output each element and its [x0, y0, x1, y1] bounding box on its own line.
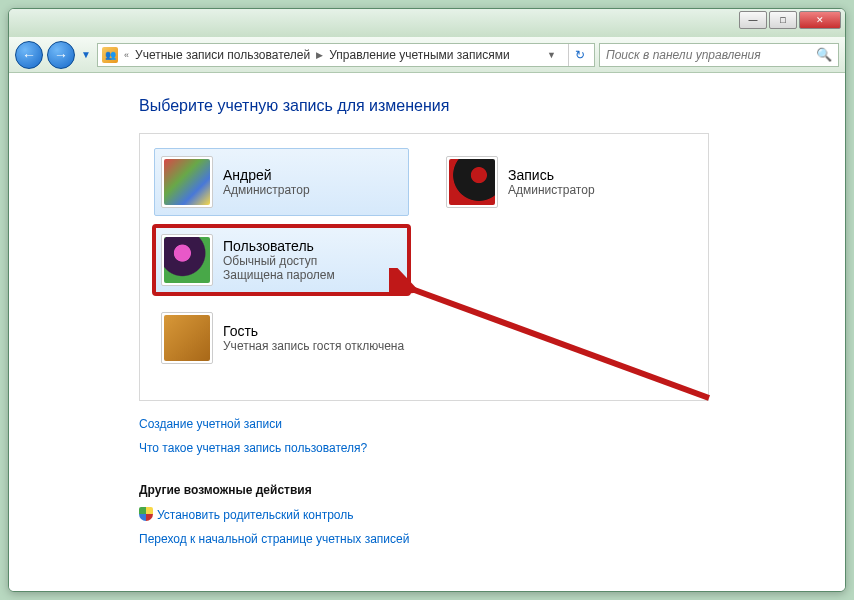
- avatar: [161, 234, 213, 286]
- titlebar: ― □ ✕: [9, 9, 845, 37]
- search-input[interactable]: [606, 48, 816, 62]
- address-bar[interactable]: 👥 « Учетные записи пользователей ▶ Управ…: [97, 43, 595, 67]
- users-icon: 👥: [102, 47, 118, 63]
- account-name: Пользователь: [223, 238, 335, 254]
- other-actions-heading: Другие возможные действия: [139, 483, 845, 497]
- avatar: [446, 156, 498, 208]
- account-name: Андрей: [223, 167, 310, 183]
- control-panel-window: ― □ ✕ ← → ▼ 👥 « Учетные записи пользоват…: [8, 8, 846, 592]
- breadcrumb-users[interactable]: Учетные записи пользователей: [135, 48, 310, 62]
- link-parental-control[interactable]: Установить родительский контроль: [139, 507, 845, 522]
- forward-button[interactable]: →: [47, 41, 75, 69]
- breadcrumb-manage[interactable]: Управление учетными записями: [329, 48, 509, 62]
- search-icon[interactable]: 🔍: [816, 47, 832, 62]
- content-area: Выберите учетную запись для изменения Ан…: [9, 73, 845, 591]
- account-extra: Защищена паролем: [223, 268, 335, 282]
- chevron-right-icon: «: [124, 50, 129, 60]
- link-parental-label: Установить родительский контроль: [157, 508, 354, 522]
- page-heading: Выберите учетную запись для изменения: [139, 97, 845, 115]
- close-button[interactable]: ✕: [799, 11, 841, 29]
- avatar: [161, 312, 213, 364]
- account-name: Запись: [508, 167, 595, 183]
- chevron-right-icon: ▶: [316, 50, 323, 60]
- account-role: Администратор: [223, 183, 310, 197]
- maximize-button[interactable]: □: [769, 11, 797, 29]
- account-info: Запись Администратор: [508, 167, 595, 197]
- account-info: Гость Учетная запись гостя отключена: [223, 323, 404, 353]
- search-box[interactable]: 🔍: [599, 43, 839, 67]
- account-item-guest[interactable]: Гость Учетная запись гостя отключена: [154, 304, 694, 372]
- account-item-zapis[interactable]: Запись Администратор: [439, 148, 694, 216]
- account-item-andrey[interactable]: Андрей Администратор: [154, 148, 409, 216]
- link-what-is-account[interactable]: Что такое учетная запись пользователя?: [139, 441, 845, 455]
- link-create-account[interactable]: Создание учетной записи: [139, 417, 845, 431]
- avatar: [161, 156, 213, 208]
- link-accounts-home[interactable]: Переход к начальной странице учетных зап…: [139, 532, 845, 546]
- refresh-button[interactable]: ↻: [568, 44, 590, 66]
- account-role: Учетная запись гостя отключена: [223, 339, 404, 353]
- history-dropdown[interactable]: ▼: [79, 48, 93, 62]
- window-buttons: ― □ ✕: [739, 9, 845, 29]
- account-item-user[interactable]: Пользователь Обычный доступ Защищена пар…: [154, 226, 409, 294]
- accounts-container: Андрей Администратор Запись Администрато…: [139, 133, 709, 401]
- accounts-grid: Андрей Администратор Запись Администрато…: [154, 148, 694, 372]
- account-info: Пользователь Обычный доступ Защищена пар…: [223, 238, 335, 282]
- account-role: Администратор: [508, 183, 595, 197]
- shield-icon: [139, 507, 153, 521]
- back-button[interactable]: ←: [15, 41, 43, 69]
- account-info: Андрей Администратор: [223, 167, 310, 197]
- account-role: Обычный доступ: [223, 254, 335, 268]
- account-name: Гость: [223, 323, 404, 339]
- address-dropdown-icon[interactable]: ▼: [543, 50, 560, 60]
- minimize-button[interactable]: ―: [739, 11, 767, 29]
- navigation-bar: ← → ▼ 👥 « Учетные записи пользователей ▶…: [9, 37, 845, 73]
